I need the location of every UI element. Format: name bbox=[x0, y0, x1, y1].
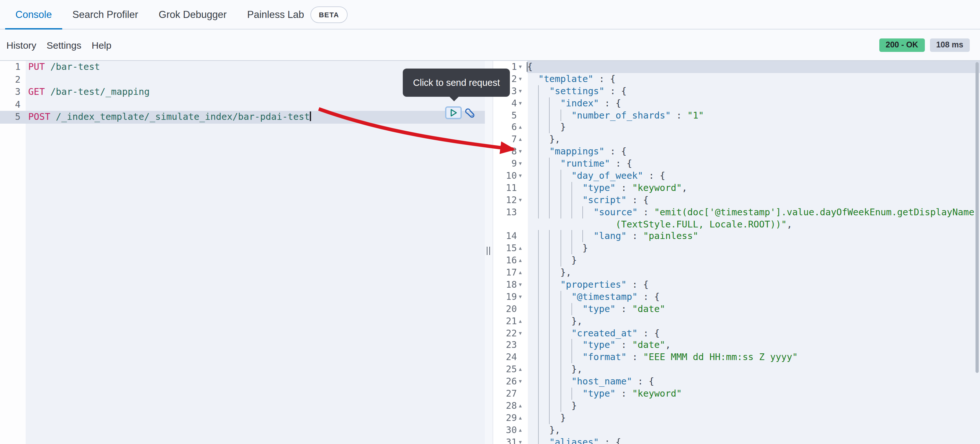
code-tokens: "index" : { bbox=[527, 98, 621, 108]
code-tokens: } bbox=[527, 243, 588, 254]
panel-resize-handle[interactable] bbox=[485, 61, 493, 444]
response-line: 7▴}, bbox=[493, 133, 980, 146]
json-punctuation: : { bbox=[605, 146, 627, 156]
response-line: 6▴} bbox=[493, 121, 980, 133]
tab-console[interactable]: Console bbox=[5, 0, 62, 29]
fold-close-icon[interactable]: ▴ bbox=[519, 363, 527, 376]
json-key: "host_name" bbox=[571, 376, 632, 386]
json-string: "1" bbox=[687, 110, 704, 120]
menu-help[interactable]: Help bbox=[92, 40, 111, 50]
json-key: "format" bbox=[582, 352, 627, 362]
response-line: 11"type" : "keyword", bbox=[493, 182, 980, 194]
line-number: 2 bbox=[0, 73, 21, 86]
line-number: 6 bbox=[493, 121, 517, 133]
tab-painless-lab[interactable]: Painless Lab BETA bbox=[237, 0, 358, 29]
json-punctuation: { bbox=[527, 62, 533, 72]
json-punctuation: : bbox=[627, 231, 643, 241]
response-code: "script" : { bbox=[527, 194, 980, 206]
fold-close-icon[interactable]: ▴ bbox=[519, 412, 527, 424]
code-tokens: }, bbox=[527, 134, 560, 144]
fold-open-icon[interactable]: ▾ bbox=[519, 291, 527, 303]
code-tokens: } bbox=[527, 255, 577, 266]
dev-tools-workspace: 1PUT /bar-test23GET /bar-test/_mapping45… bbox=[0, 60, 980, 444]
json-punctuation: }, bbox=[571, 364, 582, 374]
fold-close-icon[interactable]: ▴ bbox=[519, 121, 527, 133]
line-number: 30 bbox=[493, 424, 517, 436]
fold-close-icon[interactable]: ▴ bbox=[519, 266, 527, 279]
fold-open-icon[interactable]: ▾ bbox=[519, 158, 527, 170]
line-number: 14 bbox=[493, 230, 517, 243]
json-punctuation: , bbox=[665, 340, 671, 350]
json-key: "mappings" bbox=[549, 146, 605, 156]
json-key: "properties" bbox=[560, 279, 627, 290]
fold-close-icon[interactable]: ▴ bbox=[519, 400, 527, 412]
json-punctuation: , bbox=[682, 182, 687, 193]
response-code: "mappings" : { bbox=[527, 146, 980, 158]
fold-close-icon[interactable]: ▴ bbox=[519, 424, 527, 436]
request-code: POST /_index_template/_simulate_index/ba… bbox=[28, 111, 311, 123]
code-tokens: "format" : "EEE MMM dd HH:mm:ss Z yyyy" bbox=[527, 352, 798, 362]
send-request-button[interactable] bbox=[445, 106, 462, 119]
fold-open-icon[interactable]: ▾ bbox=[519, 376, 527, 388]
line-number: 5 bbox=[493, 109, 517, 121]
response-line: 15▴} bbox=[493, 243, 980, 255]
fold-open-icon[interactable]: ▾ bbox=[519, 97, 527, 109]
response-line: 31▾"aliases" : { bbox=[493, 436, 980, 444]
code-tokens: "@timestamp" : { bbox=[527, 292, 660, 302]
json-key: "type" bbox=[582, 304, 616, 314]
fold-open-icon[interactable]: ▾ bbox=[519, 279, 527, 291]
code-tokens: "created_at" : { bbox=[527, 328, 660, 338]
json-string: "painless" bbox=[643, 231, 698, 241]
fold-close-icon[interactable]: ▴ bbox=[519, 243, 527, 255]
line-number: 9 bbox=[493, 158, 517, 170]
tab-grok-debugger[interactable]: Grok Debugger bbox=[148, 0, 237, 29]
fold-close-icon[interactable]: ▴ bbox=[519, 255, 527, 267]
code-tokens: }, bbox=[527, 316, 582, 326]
request-line[interactable]: 4 bbox=[0, 98, 485, 111]
menu-history[interactable]: History bbox=[6, 40, 36, 50]
console-app: Console Search Profiler Grok Debugger Pa… bbox=[0, 0, 980, 444]
fold-close-icon[interactable]: ▴ bbox=[519, 315, 527, 327]
fold-open-icon[interactable]: ▾ bbox=[519, 85, 527, 97]
json-string: "keyword" bbox=[632, 182, 682, 193]
response-code: "@timestamp" : { bbox=[527, 291, 980, 303]
fold-open-icon[interactable]: ▾ bbox=[519, 327, 527, 339]
fold-open-icon[interactable]: ▾ bbox=[519, 436, 527, 444]
line-number: 26 bbox=[493, 376, 517, 388]
request-editor[interactable]: 1PUT /bar-test23GET /bar-test/_mapping45… bbox=[0, 61, 485, 444]
fold-open-icon[interactable]: ▾ bbox=[519, 73, 527, 85]
response-code: "lang" : "painless" bbox=[527, 230, 980, 243]
fold-open-icon[interactable]: ▾ bbox=[519, 61, 527, 73]
response-viewer[interactable]: 1▾{2▾"template" : {3▾"settings" : {4▾"in… bbox=[493, 61, 980, 444]
json-punctuation: : { bbox=[599, 98, 621, 108]
http-method: POST bbox=[28, 111, 50, 122]
line-number: 20 bbox=[493, 303, 517, 315]
fold-open-icon[interactable]: ▾ bbox=[519, 146, 527, 158]
code-tokens: "settings" : { bbox=[527, 86, 627, 96]
json-punctuation: : { bbox=[638, 292, 660, 302]
fold-close-icon[interactable]: ▴ bbox=[519, 133, 527, 146]
request-line[interactable]: 5POST /_index_template/_simulate_index/b… bbox=[0, 111, 485, 123]
code-tokens: "aliases" : { bbox=[527, 437, 621, 444]
request-options-button[interactable] bbox=[465, 108, 475, 118]
response-scrollbar[interactable] bbox=[975, 62, 979, 373]
tab-search-profiler[interactable]: Search Profiler bbox=[62, 0, 148, 29]
response-code: } bbox=[527, 255, 980, 267]
fold-open-icon[interactable]: ▾ bbox=[519, 194, 527, 206]
json-punctuation: } bbox=[571, 400, 577, 411]
json-key: "number_of_shards" bbox=[571, 110, 671, 120]
json-punctuation: }, bbox=[549, 134, 560, 144]
response-line: 28▴} bbox=[493, 400, 980, 412]
response-line: 27"type" : "keyword" bbox=[493, 388, 980, 400]
json-key: "source" bbox=[593, 207, 638, 217]
fold-open-icon[interactable]: ▾ bbox=[519, 170, 527, 182]
line-number: 7 bbox=[493, 133, 517, 146]
response-line: 3▾"settings" : { bbox=[493, 85, 980, 97]
code-tokens: "source" : "emit(doc['@timestamp'].value… bbox=[527, 207, 975, 217]
line-number: 24 bbox=[493, 351, 517, 363]
response-code: "settings" : { bbox=[527, 85, 980, 97]
tab-painless-lab-label: Painless Lab bbox=[247, 9, 304, 20]
request-url: /bar-test/_mapping bbox=[50, 87, 150, 97]
response-line: 16▴} bbox=[493, 255, 980, 267]
menu-settings[interactable]: Settings bbox=[46, 40, 81, 50]
